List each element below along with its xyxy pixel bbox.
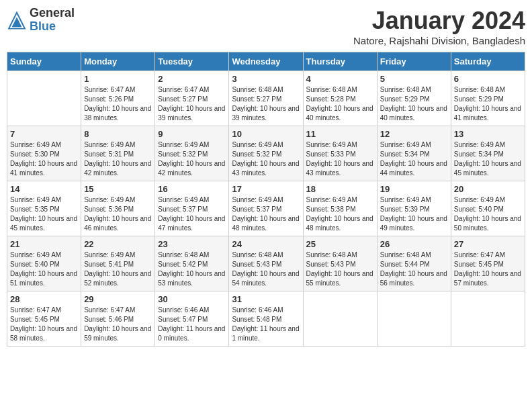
day-detail: Sunrise: 6:49 AM Sunset: 5:40 PM Dayligh… — [454, 195, 522, 233]
logo-general-text: General — [30, 7, 75, 20]
logo-blue-text: Blue — [30, 20, 75, 34]
day-detail: Sunrise: 6:49 AM Sunset: 5:31 PM Dayligh… — [84, 140, 152, 178]
day-number: 4 — [306, 74, 374, 84]
calendar-cell: 18Sunrise: 6:49 AM Sunset: 5:38 PM Dayli… — [303, 181, 377, 236]
day-detail: Sunrise: 6:49 AM Sunset: 5:40 PM Dayligh… — [10, 250, 78, 288]
day-detail: Sunrise: 6:49 AM Sunset: 5:39 PM Dayligh… — [380, 195, 448, 233]
calendar-table: Sunday Monday Tuesday Wednesday Thursday… — [7, 52, 525, 347]
day-detail: Sunrise: 6:49 AM Sunset: 5:32 PM Dayligh… — [158, 140, 226, 178]
day-number: 29 — [84, 294, 152, 304]
day-number: 6 — [454, 74, 522, 84]
calendar-cell: 16Sunrise: 6:49 AM Sunset: 5:37 PM Dayli… — [155, 181, 229, 236]
calendar-cell: 25Sunrise: 6:48 AM Sunset: 5:43 PM Dayli… — [303, 236, 377, 291]
day-detail: Sunrise: 6:48 AM Sunset: 5:29 PM Dayligh… — [454, 85, 522, 123]
day-number: 7 — [10, 129, 78, 139]
calendar-cell: 14Sunrise: 6:49 AM Sunset: 5:35 PM Dayli… — [7, 181, 81, 236]
day-number: 15 — [84, 184, 152, 194]
calendar-cell: 22Sunrise: 6:49 AM Sunset: 5:41 PM Dayli… — [81, 236, 155, 291]
day-number: 30 — [158, 294, 226, 304]
day-number: 12 — [380, 129, 448, 139]
calendar-cell: 1Sunrise: 6:47 AM Sunset: 5:26 PM Daylig… — [81, 71, 155, 126]
day-detail: Sunrise: 6:49 AM Sunset: 5:38 PM Dayligh… — [306, 195, 374, 233]
calendar-cell: 27Sunrise: 6:47 AM Sunset: 5:45 PM Dayli… — [451, 236, 525, 291]
day-detail: Sunrise: 6:48 AM Sunset: 5:28 PM Dayligh… — [306, 85, 374, 123]
day-detail: Sunrise: 6:49 AM Sunset: 5:33 PM Dayligh… — [306, 140, 374, 178]
day-detail: Sunrise: 6:47 AM Sunset: 5:27 PM Dayligh… — [158, 85, 226, 123]
calendar-cell: 23Sunrise: 6:48 AM Sunset: 5:42 PM Dayli… — [155, 236, 229, 291]
day-number: 27 — [454, 239, 522, 249]
title-area: January 2024 Natore, Rajshahi Division, … — [353, 7, 525, 46]
day-number: 18 — [306, 184, 374, 194]
day-number: 3 — [232, 74, 300, 84]
calendar-cell: 11Sunrise: 6:49 AM Sunset: 5:33 PM Dayli… — [303, 126, 377, 181]
calendar-cell: 24Sunrise: 6:48 AM Sunset: 5:43 PM Dayli… — [229, 236, 303, 291]
day-detail: Sunrise: 6:48 AM Sunset: 5:43 PM Dayligh… — [306, 250, 374, 288]
day-number: 5 — [380, 74, 448, 84]
day-detail: Sunrise: 6:49 AM Sunset: 5:37 PM Dayligh… — [232, 195, 300, 233]
logo-text: General Blue — [30, 7, 75, 34]
calendar-cell: 12Sunrise: 6:49 AM Sunset: 5:34 PM Dayli… — [377, 126, 451, 181]
day-detail: Sunrise: 6:47 AM Sunset: 5:26 PM Dayligh… — [84, 85, 152, 123]
day-number: 25 — [306, 239, 374, 249]
day-detail: Sunrise: 6:49 AM Sunset: 5:35 PM Dayligh… — [10, 195, 78, 233]
day-detail: Sunrise: 6:47 AM Sunset: 5:45 PM Dayligh… — [454, 250, 522, 288]
col-friday: Friday — [377, 52, 451, 71]
day-number: 22 — [84, 239, 152, 249]
calendar-cell: 13Sunrise: 6:49 AM Sunset: 5:34 PM Dayli… — [451, 126, 525, 181]
day-detail: Sunrise: 6:49 AM Sunset: 5:34 PM Dayligh… — [454, 140, 522, 178]
calendar-cell: 9Sunrise: 6:49 AM Sunset: 5:32 PM Daylig… — [155, 126, 229, 181]
day-number: 11 — [306, 129, 374, 139]
day-number: 2 — [158, 74, 226, 84]
day-number: 14 — [10, 184, 78, 194]
calendar-cell — [451, 291, 525, 347]
day-number: 26 — [380, 239, 448, 249]
day-number: 13 — [454, 129, 522, 139]
col-wednesday: Wednesday — [229, 52, 303, 71]
col-thursday: Thursday — [303, 52, 377, 71]
day-number: 19 — [380, 184, 448, 194]
calendar-cell: 20Sunrise: 6:49 AM Sunset: 5:40 PM Dayli… — [451, 181, 525, 236]
day-number: 24 — [232, 239, 300, 249]
calendar-week-5: 28Sunrise: 6:47 AM Sunset: 5:45 PM Dayli… — [7, 291, 525, 347]
calendar-cell: 2Sunrise: 6:47 AM Sunset: 5:27 PM Daylig… — [155, 71, 229, 126]
calendar-cell: 6Sunrise: 6:48 AM Sunset: 5:29 PM Daylig… — [451, 71, 525, 126]
day-detail: Sunrise: 6:47 AM Sunset: 5:45 PM Dayligh… — [10, 306, 78, 343]
col-monday: Monday — [81, 52, 155, 71]
calendar-cell: 31Sunrise: 6:46 AM Sunset: 5:48 PM Dayli… — [229, 291, 303, 347]
calendar-cell — [303, 291, 377, 347]
day-detail: Sunrise: 6:48 AM Sunset: 5:27 PM Dayligh… — [232, 85, 300, 123]
day-detail: Sunrise: 6:46 AM Sunset: 5:48 PM Dayligh… — [232, 306, 300, 343]
day-detail: Sunrise: 6:48 AM Sunset: 5:42 PM Dayligh… — [158, 250, 226, 288]
day-detail: Sunrise: 6:48 AM Sunset: 5:44 PM Dayligh… — [380, 250, 448, 288]
day-number: 28 — [10, 294, 78, 304]
calendar-cell: 17Sunrise: 6:49 AM Sunset: 5:37 PM Dayli… — [229, 181, 303, 236]
calendar-cell: 29Sunrise: 6:47 AM Sunset: 5:46 PM Dayli… — [81, 291, 155, 347]
logo-icon — [7, 10, 27, 30]
page-header: General Blue January 2024 Natore, Rajsha… — [7, 7, 525, 46]
calendar-cell: 28Sunrise: 6:47 AM Sunset: 5:45 PM Dayli… — [7, 291, 81, 347]
col-tuesday: Tuesday — [155, 52, 229, 71]
month-title: January 2024 — [353, 7, 525, 35]
calendar-cell — [377, 291, 451, 347]
day-number: 20 — [454, 184, 522, 194]
day-number: 10 — [232, 129, 300, 139]
day-detail: Sunrise: 6:49 AM Sunset: 5:30 PM Dayligh… — [10, 140, 78, 178]
day-number: 9 — [158, 129, 226, 139]
day-number: 17 — [232, 184, 300, 194]
calendar-week-1: 1Sunrise: 6:47 AM Sunset: 5:26 PM Daylig… — [7, 71, 525, 126]
day-detail: Sunrise: 6:49 AM Sunset: 5:37 PM Dayligh… — [158, 195, 226, 233]
day-detail: Sunrise: 6:47 AM Sunset: 5:46 PM Dayligh… — [84, 306, 152, 343]
calendar-cell: 10Sunrise: 6:49 AM Sunset: 5:32 PM Dayli… — [229, 126, 303, 181]
calendar-cell: 4Sunrise: 6:48 AM Sunset: 5:28 PM Daylig… — [303, 71, 377, 126]
calendar-cell: 26Sunrise: 6:48 AM Sunset: 5:44 PM Dayli… — [377, 236, 451, 291]
day-detail: Sunrise: 6:48 AM Sunset: 5:43 PM Dayligh… — [232, 250, 300, 288]
col-sunday: Sunday — [7, 52, 81, 71]
day-detail: Sunrise: 6:49 AM Sunset: 5:41 PM Dayligh… — [84, 250, 152, 288]
location-subtitle: Natore, Rajshahi Division, Bangladesh — [353, 35, 525, 46]
day-number: 16 — [158, 184, 226, 194]
calendar-week-3: 14Sunrise: 6:49 AM Sunset: 5:35 PM Dayli… — [7, 181, 525, 236]
calendar-week-4: 21Sunrise: 6:49 AM Sunset: 5:40 PM Dayli… — [7, 236, 525, 291]
day-detail: Sunrise: 6:48 AM Sunset: 5:29 PM Dayligh… — [380, 85, 448, 123]
calendar-cell: 30Sunrise: 6:46 AM Sunset: 5:47 PM Dayli… — [155, 291, 229, 347]
calendar-cell: 21Sunrise: 6:49 AM Sunset: 5:40 PM Dayli… — [7, 236, 81, 291]
